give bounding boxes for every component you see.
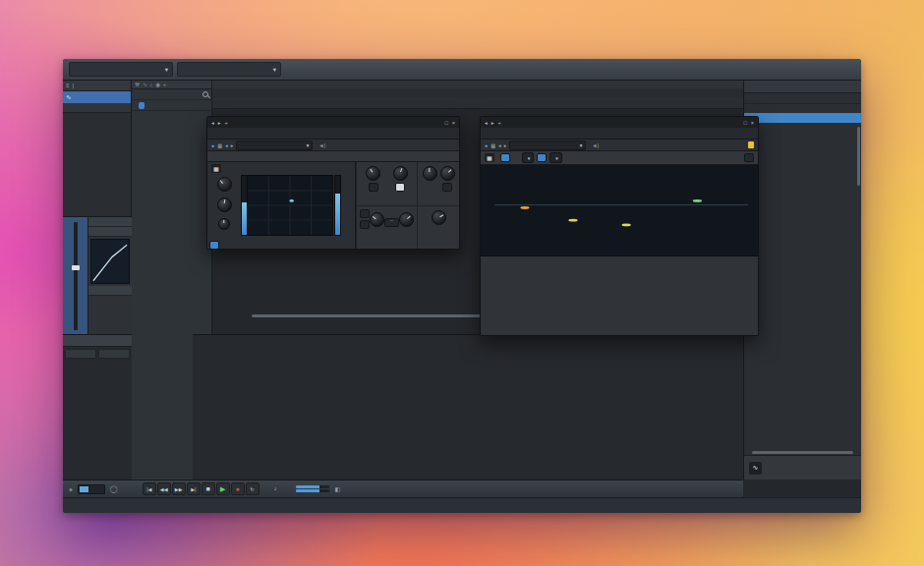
wave-icon[interactable]: ∿: [143, 82, 147, 87]
low-cut-knob[interactable]: [370, 212, 384, 227]
automation-icon[interactable]: ◉: [155, 82, 160, 87]
close-icon[interactable]: ×: [452, 120, 455, 126]
inspector-channel-strip[interactable]: [63, 217, 88, 335]
events-icon[interactable]: ▦: [491, 142, 495, 148]
loop-button[interactable]: ↻: [246, 482, 260, 495]
ratio-knob[interactable]: [217, 198, 232, 212]
listen-button[interactable]: [360, 220, 370, 229]
next-preset-icon[interactable]: ▸: [504, 142, 507, 148]
listen-icon[interactable]: ◄): [318, 142, 325, 148]
prev-preset-icon[interactable]: ◂: [498, 142, 501, 148]
chords-row[interactable]: [132, 100, 211, 111]
add-insert-icon[interactable]: +: [225, 120, 228, 126]
spectrum-display[interactable]: [481, 165, 758, 256]
forward-icon[interactable]: ▸: [491, 120, 494, 126]
preset-bar: ● ▦ ◂▸ ▾ ◄): [207, 140, 459, 151]
band-controls-button[interactable]: [500, 153, 510, 162]
prev-preset-icon[interactable]: ◂: [225, 142, 228, 148]
inspector-fader[interactable]: [74, 222, 78, 330]
browser-panel: ▾ ∿: [743, 81, 861, 480]
knee-knob[interactable]: [218, 218, 230, 230]
mix-knob[interactable]: [432, 210, 446, 225]
menu-icon[interactable]: ≡: [66, 83, 70, 88]
back-icon[interactable]: ◂: [211, 120, 214, 126]
chevron-down-icon: ▾: [528, 155, 531, 161]
event-inspector: [63, 334, 132, 481]
browser-breadcrumb[interactable]: [744, 104, 861, 113]
headphone-icon[interactable]: ◧: [334, 485, 340, 492]
insert-proeq[interactable]: [88, 286, 132, 296]
octave-select[interactable]: ▾: [549, 152, 562, 163]
plugin-window-titlebar[interactable]: ◂▸+ □×: [481, 117, 758, 128]
next-preset-icon[interactable]: ▸: [231, 142, 234, 148]
listen-icon[interactable]: ◄): [592, 142, 599, 148]
makeup-knob[interactable]: [440, 166, 455, 181]
filter-button[interactable]: [360, 209, 370, 218]
presonus-logo-icon: ▦: [485, 153, 494, 162]
gain-section: [417, 162, 459, 206]
look-ahead-button[interactable]: [209, 241, 219, 250]
level-range-select[interactable]: ▾: [522, 152, 535, 163]
add-insert-icon[interactable]: +: [498, 120, 501, 126]
release-knob[interactable]: [393, 166, 408, 181]
curves-button[interactable]: [537, 153, 547, 162]
inspector-track-row[interactable]: ∿: [63, 91, 131, 103]
chevron-down-icon: ▾: [273, 66, 276, 74]
preset-bar: ● ▦ ◂▸ ▾ ◄): [481, 140, 758, 151]
input-gain-knob[interactable]: [423, 166, 437, 181]
studio-one-window: ▾ ▾ ≡| ∿: [63, 59, 861, 513]
filter-curve-icon[interactable]: ⌒: [384, 218, 399, 227]
play-button[interactable]: ▶: [216, 482, 230, 495]
forward-button[interactable]: ▶▶: [172, 482, 186, 495]
events-icon[interactable]: ▦: [217, 142, 222, 148]
compressor-curve-thumb: [90, 239, 130, 284]
record-button[interactable]: ●: [231, 482, 245, 495]
power-icon[interactable]: ●: [485, 142, 488, 148]
arranger-row[interactable]: [132, 89, 211, 100]
presonus-logo-icon: ▦: [211, 164, 221, 173]
threshold-knob[interactable]: [217, 177, 232, 192]
performance-meter[interactable]: [78, 484, 105, 494]
inserts-header: [88, 217, 132, 227]
attack-knob[interactable]: [366, 166, 380, 181]
stop-button[interactable]: ■: [202, 482, 215, 495]
event-fx-button[interactable]: [65, 349, 96, 359]
add-track-icon[interactable]: +: [163, 82, 166, 87]
preset-select[interactable]: ▾: [509, 141, 586, 150]
adaptive-button[interactable]: [395, 183, 405, 192]
sidechain-section: ⌒: [356, 206, 417, 250]
insert-compressor[interactable]: [88, 227, 132, 237]
high-cut-knob[interactable]: [399, 212, 414, 227]
back-icon[interactable]: ◂: [485, 120, 488, 126]
preset-select[interactable]: ▾: [236, 141, 313, 150]
chevron-down-icon: ▾: [580, 142, 583, 148]
power-icon[interactable]: ●: [211, 142, 214, 148]
browser-scrollbar[interactable]: [857, 127, 860, 186]
plugin-window-titlebar[interactable]: ◂▸+ □×: [207, 117, 459, 128]
browser-root-item[interactable]: ▾: [744, 113, 861, 123]
maximize-icon[interactable]: □: [444, 120, 447, 126]
effects-list: [744, 123, 861, 450]
enable-button[interactable]: [98, 349, 130, 359]
wrench-icon[interactable]: ⚒: [135, 82, 140, 87]
follow-button[interactable]: [139, 102, 144, 109]
control-dropdown[interactable]: ▾: [177, 62, 281, 77]
parameter-dropdown[interactable]: ▾: [69, 62, 173, 77]
go-start-button[interactable]: |◀: [143, 482, 156, 495]
magnifier-icon: [202, 91, 208, 97]
metronome-button[interactable]: ♪: [274, 485, 277, 491]
rewind-button[interactable]: ◀◀: [157, 482, 171, 495]
high-quality-button[interactable]: [744, 153, 754, 162]
envelope-auto-button[interactable]: [369, 183, 378, 192]
maximize-icon[interactable]: □: [743, 120, 746, 126]
close-icon[interactable]: ×: [751, 120, 754, 126]
chord-track: [212, 98, 743, 109]
inspector-header: ≡|: [63, 81, 131, 91]
track-inspector: ≡| ∿: [63, 81, 132, 480]
go-end-button[interactable]: ▶|: [187, 482, 201, 495]
note-icon[interactable]: ♪: [150, 82, 153, 87]
gain-auto-button[interactable]: [442, 183, 452, 192]
pin-icon[interactable]: |: [73, 83, 75, 88]
forward-icon[interactable]: ▸: [218, 120, 221, 126]
sync-icon[interactable]: ◯: [110, 485, 118, 493]
